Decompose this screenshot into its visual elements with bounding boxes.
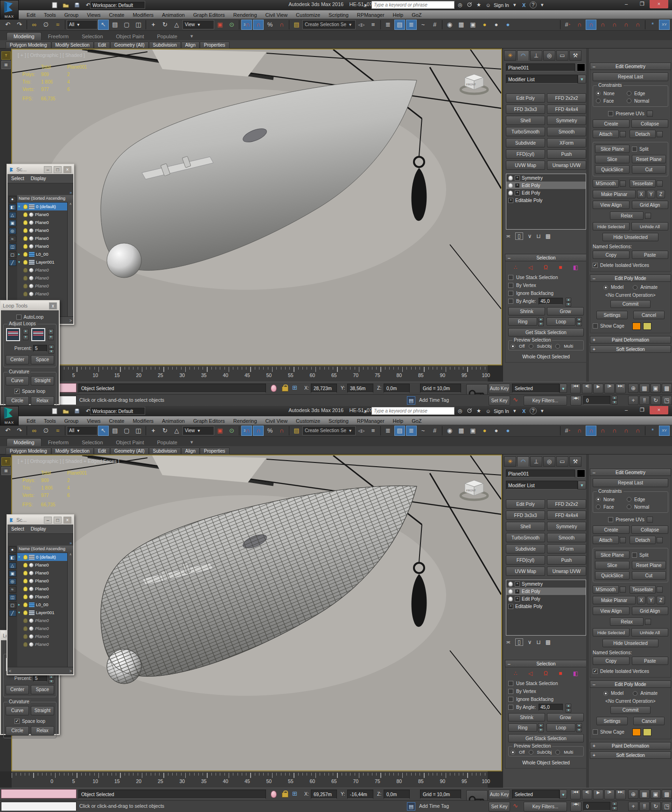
view-align-button[interactable]: View Align bbox=[593, 607, 630, 615]
element-subobject-icon[interactable]: ◧ bbox=[573, 264, 578, 271]
edge-subobject-icon[interactable]: ◁ bbox=[528, 670, 532, 677]
loop-spinner[interactable]: ▲▼ bbox=[576, 723, 582, 732]
stack-row[interactable]: +Symmetry bbox=[506, 174, 586, 182]
named-selection-dropdown[interactable]: Create Selection Se▾ bbox=[302, 426, 356, 435]
ring-spinner[interactable]: ▲▼ bbox=[538, 317, 544, 326]
selection-lock-icon[interactable] bbox=[282, 792, 288, 798]
midpoint-snap-icon[interactable]: ∩ bbox=[621, 426, 631, 436]
settings-button[interactable]: Settings bbox=[596, 717, 628, 725]
visibility-bulb-icon[interactable] bbox=[508, 190, 513, 196]
save-icon[interactable] bbox=[73, 1, 81, 9]
explorer-menu-display[interactable]: Display bbox=[31, 176, 46, 181]
axis-constraint-xy-icon[interactable]: XY bbox=[659, 20, 670, 30]
make-planar-button[interactable]: Make Planar bbox=[593, 596, 636, 604]
menu-item[interactable]: Customize bbox=[292, 12, 324, 18]
utilities-tab-icon[interactable]: ⚒ bbox=[569, 50, 581, 61]
maximize-button[interactable]: ❐ bbox=[636, 0, 649, 8]
ribbon-panel-button[interactable]: Geometry (All) bbox=[110, 42, 148, 49]
view-align-button[interactable]: View Align bbox=[593, 201, 630, 209]
space-button[interactable]: Space bbox=[31, 355, 54, 364]
hierarchy-tab-icon[interactable]: ⊥ bbox=[530, 456, 542, 467]
next-frame-button[interactable]: ||▶ bbox=[604, 790, 615, 799]
reset-plane-button[interactable]: Reset Plane bbox=[632, 155, 666, 163]
selection-lock-icon[interactable] bbox=[282, 386, 288, 392]
by-angle-field[interactable]: 45,0 bbox=[539, 704, 563, 711]
soft-selection-header[interactable]: +Soft Selection bbox=[590, 751, 671, 759]
cancel-button[interactable]: Cancel bbox=[633, 311, 665, 319]
motion-tab-icon[interactable]: ◎ bbox=[543, 456, 555, 467]
layer-manager-icon[interactable]: ≣ bbox=[383, 20, 393, 30]
filter-geometry-icon[interactable]: ● bbox=[9, 546, 16, 553]
visibility-bulb-icon[interactable] bbox=[508, 581, 513, 587]
favorites-star-icon[interactable]: ★ bbox=[475, 408, 483, 414]
stack-row[interactable]: +Edit Poly bbox=[506, 189, 586, 196]
modifier-button[interactable]: Smooth bbox=[547, 533, 586, 542]
slide-loop-spinner[interactable]: ▲▼ bbox=[23, 329, 28, 340]
previous-frame-button[interactable]: ◀|| bbox=[582, 790, 592, 799]
filter-cameras-icon[interactable]: ▣ bbox=[9, 220, 16, 226]
grow-button[interactable]: Grow bbox=[547, 713, 584, 721]
frozen-snap-icon[interactable]: * bbox=[647, 426, 658, 436]
sign-in-link[interactable]: Sign In bbox=[494, 2, 509, 8]
shrink-button[interactable]: Shrink bbox=[508, 713, 545, 721]
show-end-result-icon[interactable]: ▯ bbox=[515, 232, 523, 240]
modifier-button[interactable]: Push bbox=[547, 555, 586, 565]
remove-modifier-icon[interactable]: ⊔ bbox=[536, 639, 540, 645]
modify-tab-icon[interactable]: ◠ bbox=[517, 50, 529, 61]
grow-button[interactable]: Grow bbox=[547, 307, 584, 315]
shift-loop-spinner[interactable]: ▲▼ bbox=[48, 329, 54, 340]
selection-set-dropdown[interactable]: Selected ▾ bbox=[512, 384, 567, 393]
cut-button[interactable]: Cut bbox=[632, 571, 666, 580]
object-row[interactable]: Plane0 bbox=[17, 640, 73, 648]
menu-item[interactable]: Rendering bbox=[229, 12, 261, 18]
configure-modifier-sets-icon[interactable]: ▩ bbox=[546, 639, 551, 645]
copy-button[interactable]: Copy bbox=[593, 251, 630, 259]
current-frame-field[interactable]: 0 bbox=[583, 802, 610, 811]
make-planar-z-button[interactable]: Z bbox=[657, 190, 665, 198]
select-and-move-icon[interactable]: + bbox=[148, 20, 159, 30]
show-cage-checkbox[interactable] bbox=[593, 729, 598, 735]
mirror-icon[interactable]: ◁▷ bbox=[356, 20, 367, 30]
layer-row[interactable]: ▾0 (default) bbox=[17, 203, 73, 210]
hide-unselected-button[interactable]: Hide Unselected bbox=[602, 639, 658, 647]
menu-item[interactable]: Views bbox=[83, 418, 105, 424]
render-production-icon[interactable]: ● bbox=[479, 426, 490, 436]
preserve-uvs-settings-icon[interactable] bbox=[647, 517, 653, 523]
workspace-dropdown[interactable]: Workspace: Default bbox=[90, 407, 145, 415]
transform-type-in-icon[interactable]: ⊞ bbox=[292, 790, 297, 797]
quickslice-button[interactable]: QuickSlice bbox=[595, 571, 630, 580]
ribbon-panel-button[interactable]: Align bbox=[181, 448, 200, 455]
panel-column-divider[interactable] bbox=[586, 49, 589, 382]
align-icon[interactable]: ≡ bbox=[368, 426, 378, 436]
object-row[interactable]: Plane0 bbox=[17, 632, 73, 640]
tessellate-settings-icon[interactable] bbox=[657, 181, 663, 187]
attach-settings-icon[interactable] bbox=[620, 537, 626, 543]
select-and-move-icon[interactable]: + bbox=[148, 426, 159, 436]
application-button[interactable]: MAX bbox=[0, 0, 19, 20]
make-planar-z-button[interactable]: Z bbox=[657, 596, 665, 604]
undo-icon[interactable]: ↶ bbox=[2, 426, 13, 436]
delete-isolated-vertices-checkbox[interactable]: ✓ bbox=[593, 669, 598, 674]
constraint-normal-radio[interactable] bbox=[627, 504, 631, 509]
modifier-button[interactable]: XForm bbox=[547, 138, 586, 147]
named-selection-dropdown[interactable]: Create Selection Se▾ bbox=[302, 20, 356, 29]
key-filters-button[interactable]: Key Filters... bbox=[524, 396, 567, 406]
undo-icon[interactable]: ↶ bbox=[2, 20, 13, 30]
edit-geometry-header[interactable]: –Edit Geometry bbox=[590, 469, 671, 476]
layer-manager-icon[interactable]: ≣ bbox=[383, 426, 393, 436]
curve-button[interactable]: Curve bbox=[6, 706, 29, 715]
attach-button[interactable]: Attach bbox=[593, 536, 619, 544]
border-subobject-icon[interactable]: Ω bbox=[544, 670, 548, 677]
object-row[interactable]: Plane0 bbox=[17, 282, 73, 290]
menu-item[interactable]: Civil View bbox=[261, 418, 292, 424]
endpoint-snap-icon[interactable]: ∩ bbox=[632, 426, 643, 436]
key-filters-button[interactable]: Key Filters... bbox=[524, 802, 567, 812]
modifier-button[interactable]: FFD 3x3x3 bbox=[506, 511, 545, 520]
communication-center-icon[interactable] bbox=[466, 2, 473, 8]
zoom-all-icon[interactable]: ▦ bbox=[639, 384, 650, 393]
tab-object-paint[interactable]: Object Paint bbox=[110, 33, 151, 40]
rectangular-region-icon[interactable]: ▢ bbox=[121, 426, 132, 436]
selection-rollout-header[interactable]: –Selection bbox=[505, 660, 587, 667]
front-view-gizmo[interactable]: FRONT bbox=[459, 69, 489, 96]
selection-filter-dropdown[interactable]: All▾ bbox=[67, 20, 98, 29]
